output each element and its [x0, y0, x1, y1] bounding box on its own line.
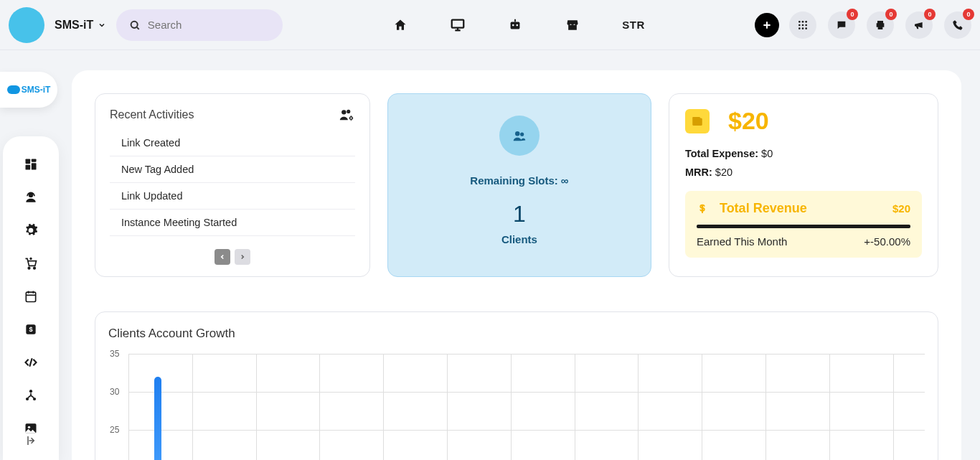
body-area: SMS-iT $ Recent Activities Link: [0, 50, 980, 460]
chart-gridline: [511, 354, 512, 460]
activity-item[interactable]: New Tag Added: [110, 156, 355, 183]
nav-bot[interactable]: [507, 17, 523, 33]
image-icon: [24, 421, 38, 436]
activity-item[interactable]: Instance Meeting Started: [110, 210, 355, 236]
add-button[interactable]: [755, 13, 779, 37]
hierarchy-icon: [24, 388, 38, 403]
activity-item[interactable]: Link Created: [110, 130, 355, 156]
sidebar: $: [3, 136, 59, 460]
activity-item[interactable]: Link Updated: [110, 183, 355, 210]
chevron-left-icon: [219, 253, 226, 260]
earned-value: +-50.00%: [864, 235, 910, 248]
sidebar-hierarchy[interactable]: [23, 388, 39, 403]
recent-header: Recent Activities: [110, 107, 355, 123]
recent-title: Recent Activities: [110, 108, 194, 121]
plus-icon: [761, 19, 773, 31]
sidebar-support[interactable]: [23, 189, 39, 205]
svg-point-18: [802, 27, 804, 29]
svg-point-12: [802, 21, 804, 23]
svg-point-7: [517, 24, 519, 26]
pager-prev-button[interactable]: [215, 249, 230, 265]
phone-button[interactable]: 0: [944, 11, 971, 39]
remaining-slots-card: Remaining Slots: ∞ 1 Clients: [387, 93, 651, 277]
header-right: 0 0 0 0: [789, 11, 971, 39]
slots-label-prefix: Remaining Slots:: [470, 174, 558, 187]
nav-store[interactable]: [565, 17, 580, 33]
chevron-down-icon: [98, 21, 106, 29]
expense-label: Total Expense:: [685, 148, 758, 159]
sidebar-expand[interactable]: [26, 434, 39, 447]
revenue-card: $20 Total Expense: $0 MRR: $20 Total Rev…: [669, 93, 938, 277]
svg-point-19: [805, 27, 807, 29]
calendar-icon: [24, 289, 38, 304]
search-input[interactable]: [148, 19, 270, 31]
support-agent-icon: [24, 190, 38, 205]
nav-home[interactable]: [392, 17, 408, 33]
workspace-select[interactable]: SMS-iT: [55, 19, 106, 32]
cart-icon: [24, 256, 38, 271]
chart-gridline: [893, 354, 894, 460]
chart-gridline: [383, 354, 384, 460]
workspace-name: SMS-iT: [55, 19, 93, 32]
svg-rect-2: [452, 19, 464, 27]
recent-settings-button[interactable]: [338, 107, 355, 123]
home-icon: [393, 18, 407, 32]
apps-grid-icon: [797, 19, 809, 31]
revenue-progress-bar: [697, 225, 910, 228]
chart-gridline: [638, 354, 639, 460]
earned-label: Earned This Month: [697, 235, 787, 248]
svg-point-13: [805, 21, 807, 23]
revenue-amount: $20: [728, 107, 769, 135]
chart-gridline: [128, 430, 925, 431]
announce-badge: 0: [924, 9, 936, 20]
slots-label: Remaining Slots: ∞: [470, 174, 568, 187]
users-gear-icon: [338, 107, 355, 123]
svg-point-38: [28, 426, 30, 428]
header-left: SMS-iT: [9, 7, 283, 43]
dollar-icon: [697, 203, 708, 215]
sidebar-cart[interactable]: [23, 255, 39, 271]
top-cards-row: Recent Activities Link Created New Tag A…: [95, 93, 938, 277]
apps-button[interactable]: [789, 11, 816, 39]
announce-button[interactable]: 0: [905, 11, 933, 39]
search-icon: [129, 19, 141, 32]
slots-sub: Clients: [501, 233, 537, 245]
brand-logo: SMS-iT: [7, 85, 51, 95]
svg-point-25: [28, 267, 30, 269]
chat-button[interactable]: 0: [828, 11, 855, 39]
phone-badge: 0: [963, 9, 974, 20]
svg-point-26: [34, 267, 36, 269]
svg-point-14: [798, 24, 801, 26]
user-avatar[interactable]: [9, 7, 44, 43]
earned-row: Earned This Month +-50.00%: [697, 235, 910, 248]
svg-point-34: [29, 390, 32, 393]
code-icon: [24, 355, 38, 370]
svg-line-1: [137, 27, 139, 29]
chevron-right-icon: [239, 253, 246, 260]
gear-icon: [24, 223, 38, 238]
app-header: SMS-iT STR 0: [0, 0, 980, 50]
chart-gridline: [702, 354, 702, 460]
dollar-square-icon: $: [24, 322, 38, 337]
revenue-header: $20: [685, 107, 922, 135]
store-icon: [565, 18, 580, 32]
sidebar-dashboard[interactable]: [23, 156, 39, 172]
print-button[interactable]: 0: [867, 11, 894, 39]
sidebar-billing[interactable]: $: [23, 321, 39, 337]
slots-count: 1: [513, 201, 526, 227]
nav-monitor[interactable]: [450, 17, 466, 33]
nav-str[interactable]: STR: [622, 19, 645, 31]
y-tick: 25: [110, 425, 119, 435]
svg-rect-8: [514, 19, 516, 22]
sidebar-code[interactable]: [23, 355, 39, 370]
brand-logo-tab[interactable]: SMS-iT: [0, 72, 57, 108]
sidebar-calendar[interactable]: [23, 288, 39, 304]
sidebar-settings[interactable]: [23, 222, 39, 238]
svg-rect-47: [692, 117, 700, 119]
pager-next-button[interactable]: [235, 249, 250, 265]
search-box[interactable]: [116, 9, 283, 41]
expand-right-icon: [26, 434, 39, 447]
svg-point-11: [798, 21, 801, 23]
chart-gridline: [128, 392, 925, 393]
chat-icon: [836, 19, 847, 31]
